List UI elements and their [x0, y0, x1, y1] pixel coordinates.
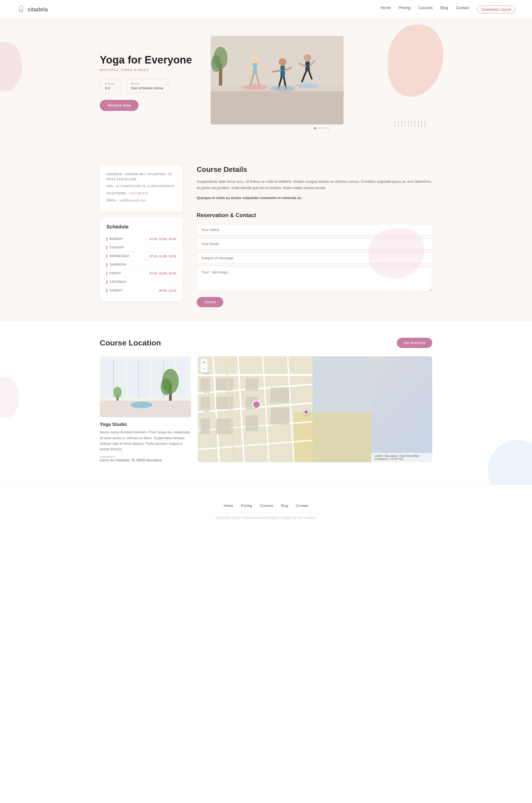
studio-svg	[100, 356, 191, 417]
svg-point-25	[243, 84, 267, 90]
price-label: PRICE:	[105, 83, 116, 85]
day-thursday: Thursday	[107, 263, 127, 267]
price-value: 8 €	[105, 86, 116, 90]
hero-left: Yoga for Everyone Multiple times a week …	[100, 54, 194, 111]
day-tuesday: Tuesday	[107, 246, 125, 250]
navbar: citadela Home Pricing Courses Blog Conta…	[0, 0, 532, 19]
footer-link-contact[interactable]: Contact	[296, 504, 308, 508]
reserve-button[interactable]: Reserve Now	[100, 100, 138, 111]
left-panels: ADDRESS: Carrer de l'Atlàntida, 78, 0800…	[100, 165, 183, 307]
location-blob-right	[488, 440, 532, 485]
svg-rect-2	[211, 86, 344, 125]
svg-point-26	[270, 86, 295, 91]
schedule-row-wednesday: Wednesday 07:00, 15:00, 18:00	[107, 252, 176, 261]
svg-rect-8	[253, 63, 257, 74]
course-desc-para2: Quisque in enim eu lectus vulputate comm…	[197, 195, 432, 201]
blob-left	[0, 41, 22, 91]
nav-links: Home Pricing Courses Blog Contact Downlo…	[380, 5, 515, 13]
carousel-dot[interactable]	[314, 127, 316, 129]
map-credit: Leaflet | Map data © OpenStreetMap contr…	[371, 453, 432, 462]
day-wednesday: Wednesday	[107, 254, 130, 258]
nav-blog[interactable]: Blog	[440, 5, 448, 13]
directions-button[interactable]: Get directions	[397, 338, 432, 348]
svg-rect-59	[201, 397, 210, 409]
nav-courses[interactable]: Courses	[418, 5, 433, 13]
nav-home[interactable]: Home	[380, 5, 391, 13]
logo-text: citadela	[28, 6, 48, 13]
carousel-dot[interactable]	[324, 127, 326, 129]
nav-contact[interactable]: Contact	[456, 5, 469, 13]
svg-text:Carrer: Carrer	[204, 372, 210, 375]
gps-label: GPS:	[107, 185, 114, 188]
svg-rect-14	[280, 66, 285, 78]
gps-row: GPS: 41.37685751318.79, 2.1907639503479	[107, 184, 176, 189]
nav-download[interactable]: Download Layout	[477, 5, 515, 13]
schedule-panel: Schedule Monday 07:00, 15:00, 18:00 Tues…	[100, 217, 183, 302]
email-row: EMAIL: mail@example.com	[107, 198, 176, 203]
footer: Home Pricing Courses Blog Contact CREATE…	[0, 485, 532, 528]
footer-link-home[interactable]: Home	[224, 504, 233, 508]
studio-name: Yoga Studio	[100, 422, 191, 427]
svg-rect-66	[270, 407, 289, 425]
content-section: ADDRESS: Carrer de l'Atlàntida, 78, 0800…	[0, 151, 532, 321]
svg-rect-65	[246, 415, 258, 431]
time-saturday: –	[174, 280, 176, 284]
logo[interactable]: citadela	[17, 5, 48, 14]
note-box: NOTE: See schedule below	[126, 79, 169, 93]
yoga-illustration	[211, 36, 344, 125]
svg-text:Carrer: Carrer	[204, 410, 210, 412]
svg-point-68	[253, 401, 260, 408]
reservation-title: Reservation & Contact	[197, 212, 432, 219]
svg-point-40	[161, 379, 172, 395]
zoom-out-button[interactable]: −	[201, 366, 207, 372]
studio-info: Yoga Studio Mauris varius tincidunt inte…	[100, 356, 191, 462]
hero-subtitle: Multiple times a week	[100, 68, 194, 72]
time-sunday: 09:00, 13:00	[159, 289, 176, 292]
map-svg: Carrer Carrer Carrer	[198, 356, 371, 462]
hero-image	[211, 36, 344, 125]
zoom-in-button[interactable]: +	[201, 359, 207, 366]
svg-text:Carrer: Carrer	[204, 391, 210, 394]
footer-link-pricing[interactable]: Pricing	[241, 504, 252, 508]
price-box: PRICE: 8 €	[100, 79, 121, 93]
map-zoom: + −	[201, 359, 207, 372]
course-desc-para1: Suspendisse vitae lacus arcu. Ut finibus…	[197, 178, 432, 191]
telephone-label: TELEPHONE:	[107, 192, 127, 195]
carousel-dot[interactable]	[327, 127, 329, 129]
svg-rect-63	[201, 419, 210, 434]
gps-value: 41.37685751318.79, 2.1907639503479	[116, 185, 174, 188]
time-wednesday: 07:00, 15:00, 18:00	[149, 255, 176, 258]
carousel-dot[interactable]	[321, 127, 323, 129]
studio-address-value: Carrer de l'Atlàntida, 78, 08003 Barcelo…	[100, 458, 191, 462]
studio-desc: Mauris varius tincidunt interdum. Proin …	[100, 430, 191, 452]
schedule-row-tuesday: Tuesday –	[107, 243, 176, 252]
address-row: ADDRESS: Carrer de l'Atlàntida, 78, 0800…	[107, 172, 176, 182]
svg-rect-62	[270, 387, 289, 403]
schedule-row-sunday: Sunday 09:00, 13:00	[107, 287, 176, 295]
nav-pricing[interactable]: Pricing	[399, 5, 411, 13]
footer-link-courses[interactable]: Courses	[260, 504, 273, 508]
email-value[interactable]: mail@example.com	[119, 199, 146, 202]
submit-button[interactable]: Submit	[197, 297, 223, 307]
location-section: Course Location Get directions	[0, 321, 532, 485]
location-blob-left	[0, 377, 19, 418]
svg-rect-46	[294, 412, 371, 462]
location-header: Course Location Get directions	[100, 338, 432, 348]
svg-rect-58	[246, 378, 258, 391]
reservation-section: Reservation & Contact Submit	[197, 212, 432, 307]
footer-link-blog[interactable]: Blog	[281, 504, 288, 508]
schedule-row-saturday: Saturday –	[107, 278, 176, 287]
day-sunday: Sunday	[107, 289, 122, 293]
day-monday: Monday	[107, 237, 123, 241]
address-label: ADDRESS:	[107, 173, 123, 176]
svg-point-6	[211, 55, 221, 72]
carousel-dot[interactable]	[317, 127, 319, 129]
studio-address-label: ADDRESS:	[100, 456, 191, 458]
course-details-title: Course Details	[197, 165, 432, 174]
note-label: NOTE:	[131, 83, 163, 85]
location-grid: Yoga Studio Mauris varius tincidunt inte…	[100, 356, 432, 462]
hero-section: Yoga for Everyone Multiple times a week …	[0, 19, 532, 151]
svg-point-0	[19, 5, 23, 10]
telephone-value[interactable]: +012-345-678	[129, 191, 148, 195]
day-friday: Friday	[107, 271, 121, 275]
